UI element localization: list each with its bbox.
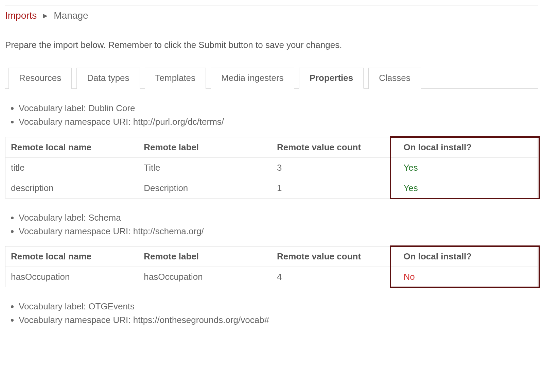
cell-remote-label: hasOccupation bbox=[138, 267, 272, 287]
properties-table-wrap: Remote local nameRemote labelRemote valu… bbox=[5, 246, 538, 287]
vocab-info: Vocabulary label: OTGEventsVocabulary na… bbox=[5, 300, 538, 327]
intro-text: Prepare the import below. Remember to cl… bbox=[5, 40, 538, 50]
vocab-namespace-uri: Vocabulary namespace URI: https://onthes… bbox=[19, 313, 538, 327]
properties-table-wrap: Remote local nameRemote labelRemote valu… bbox=[5, 137, 538, 199]
tab-media-ingesters[interactable]: Media ingesters bbox=[211, 68, 294, 89]
vocab-label: Vocabulary label: OTGEvents bbox=[19, 300, 538, 313]
vocab-label: Vocabulary label: Dublin Core bbox=[19, 101, 538, 115]
cell-on-local-install: No bbox=[394, 267, 538, 287]
cell-remote-local-name: description bbox=[5, 178, 139, 198]
col-header-remote-local-name: Remote local name bbox=[5, 137, 139, 157]
table-row: hasOccupationhasOccupation4No bbox=[5, 267, 538, 287]
col-header-remote-label: Remote label bbox=[138, 137, 272, 157]
cell-remote-value-count: 1 bbox=[272, 178, 394, 198]
properties-table: Remote local nameRemote labelRemote valu… bbox=[5, 137, 538, 199]
tab-properties[interactable]: Properties bbox=[299, 68, 364, 89]
col-header-remote-label: Remote label bbox=[138, 246, 272, 267]
cell-on-local-install: Yes bbox=[394, 178, 538, 198]
col-header-on-local-install: On local install? bbox=[394, 246, 538, 267]
table-row: descriptionDescription1Yes bbox=[5, 178, 538, 198]
cell-remote-value-count: 3 bbox=[272, 157, 394, 178]
breadcrumb-current: Manage bbox=[54, 10, 88, 21]
col-header-remote-value-count: Remote value count bbox=[272, 137, 394, 157]
properties-table: Remote local nameRemote labelRemote valu… bbox=[5, 246, 538, 287]
cell-remote-label: Title bbox=[138, 157, 272, 178]
breadcrumb: Imports ▶ Manage bbox=[5, 5, 538, 26]
vocab-namespace-uri: Vocabulary namespace URI: http://schema.… bbox=[19, 224, 538, 238]
col-header-remote-local-name: Remote local name bbox=[5, 246, 139, 267]
col-header-remote-value-count: Remote value count bbox=[272, 246, 394, 267]
tabs: ResourcesData typesTemplatesMedia ingest… bbox=[5, 67, 538, 89]
col-header-on-local-install: On local install? bbox=[394, 137, 538, 157]
breadcrumb-separator-icon: ▶ bbox=[43, 12, 48, 19]
tab-data-types[interactable]: Data types bbox=[76, 68, 140, 89]
vocab-info: Vocabulary label: SchemaVocabulary names… bbox=[5, 211, 538, 238]
cell-remote-local-name: hasOccupation bbox=[5, 267, 139, 287]
cell-remote-local-name: title bbox=[5, 157, 139, 178]
table-row: titleTitle3Yes bbox=[5, 157, 538, 178]
cell-remote-label: Description bbox=[138, 178, 272, 198]
vocab-namespace-uri: Vocabulary namespace URI: http://purl.or… bbox=[19, 115, 538, 129]
vocab-label: Vocabulary label: Schema bbox=[19, 211, 538, 224]
tab-resources[interactable]: Resources bbox=[8, 68, 72, 89]
breadcrumb-link-imports[interactable]: Imports bbox=[5, 10, 37, 21]
cell-remote-value-count: 4 bbox=[272, 267, 394, 287]
cell-on-local-install: Yes bbox=[394, 157, 538, 178]
tab-templates[interactable]: Templates bbox=[145, 68, 206, 89]
vocab-info: Vocabulary label: Dublin CoreVocabulary … bbox=[5, 101, 538, 129]
tab-classes[interactable]: Classes bbox=[368, 68, 421, 89]
